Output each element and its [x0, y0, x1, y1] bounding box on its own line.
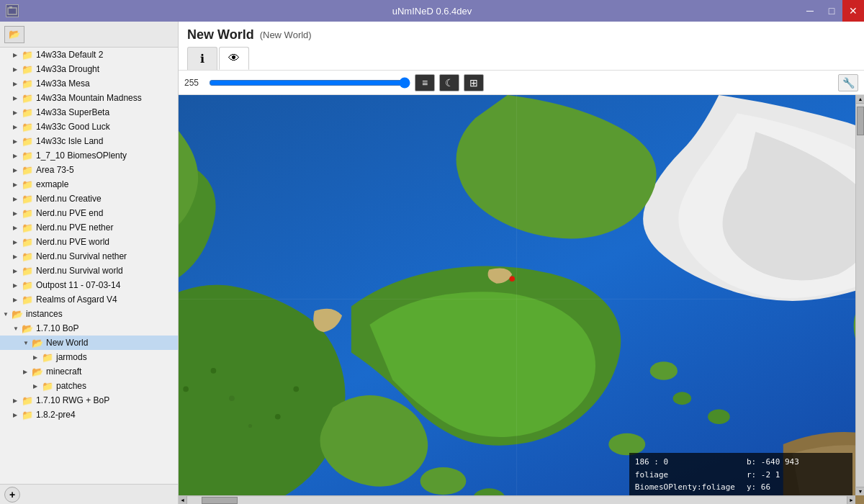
- map-area[interactable]: 186 : 0 b: -640 943 foliage r: -2 1 Biom…: [179, 95, 864, 504]
- height-value: 255: [184, 78, 204, 88]
- hscroll-thumb[interactable]: [202, 497, 238, 504]
- tree-item-item-minecraft[interactable]: ▶📂minecraft: [0, 364, 178, 379]
- tree-item-item-14w33a-mountain[interactable]: ▶📁14w33a Mountain Madness: [0, 91, 178, 105]
- hscroll-right-button[interactable]: ►: [847, 496, 855, 505]
- tree-item-item-14w33a-default2[interactable]: ▶📁14w33a Default 2: [0, 48, 178, 62]
- tree-arrow-item-1710-rwg-bop: ▶: [13, 397, 22, 404]
- tree-arrow-item-1710-biomesoplenty: ▶: [13, 153, 22, 159]
- folder-icon-item-nerd-survival-world: 📁: [22, 266, 33, 276]
- tree-item-item-14w33c-goodluck[interactable]: ▶📁14w33c Good Luck: [0, 120, 178, 134]
- vscroll-thumb[interactable]: [857, 107, 864, 135]
- grid-button[interactable]: ⊞: [464, 74, 484, 91]
- sidebar-toolbar: 📂: [0, 22, 178, 48]
- tree-item-item-nerd-pve-world[interactable]: ▶📁Nerd.nu PVE world: [0, 235, 178, 249]
- tree-label-item-outpost11: Outpost 11 - 07-03-14: [36, 280, 120, 290]
- svg-rect-1: [9, 6, 12, 9]
- list-view-button[interactable]: ≡: [415, 74, 435, 91]
- vscroll-up-button[interactable]: ▲: [856, 95, 864, 104]
- sidebar-footer: +: [0, 484, 178, 504]
- status-r-coord: r: -2 1: [747, 469, 847, 482]
- world-subtitle: (New World): [260, 30, 312, 40]
- info-icon: ℹ: [200, 52, 204, 66]
- svg-point-9: [708, 410, 730, 424]
- tree-label-item-exmaple: exmaple: [36, 179, 68, 189]
- tree-item-item-outpost11[interactable]: ▶📁Outpost 11 - 07-03-14: [0, 278, 178, 292]
- height-slider[interactable]: [209, 77, 410, 89]
- tree-item-item-nerd-survival-world[interactable]: ▶📁Nerd.nu Survival world: [0, 264, 178, 278]
- add-icon: +: [9, 489, 15, 500]
- tree-arrow-item-new-world: ▼: [23, 340, 32, 346]
- tree-item-item-area73-5[interactable]: ▶📁Area 73-5: [0, 163, 178, 177]
- svg-point-20: [509, 276, 515, 282]
- settings-button[interactable]: 🔧: [838, 74, 858, 91]
- main-layout: 📂 ▶📁14w33a Default 2▶📁14w33a Drought▶📁14…: [0, 22, 864, 504]
- night-mode-button[interactable]: ☾: [439, 74, 459, 91]
- map-vscrollbar[interactable]: ▲ ▼: [855, 95, 864, 495]
- status-y-coord: y: 66: [747, 481, 847, 494]
- tree-arrow-item-nerd-pve-world: ▶: [13, 239, 22, 246]
- tree-item-item-nerd-survival-nether[interactable]: ▶📁Nerd.nu Survival nether: [0, 249, 178, 264]
- tree-label-item-182-pre4: 1.8.2-pre4: [36, 410, 76, 420]
- tree-item-item-new-world[interactable]: ▼📂New World: [0, 336, 178, 350]
- tree-arrow-item-14w33a-mesa: ▶: [13, 81, 22, 87]
- folder-icon-item-minecraft: 📂: [32, 366, 43, 377]
- world-title: New World: [187, 27, 254, 42]
- tree-item-item-jarmods[interactable]: ▶📁jarmods: [0, 350, 178, 364]
- tree-item-item-14w33a-drought[interactable]: ▶📁14w33a Drought: [0, 62, 178, 76]
- folder-icon-item-nerd-creative: 📁: [22, 194, 33, 204]
- tree-item-item-instances[interactable]: ▼📂instances: [0, 307, 178, 321]
- tree-item-item-14w33a-superbeta[interactable]: ▶📁14w33a SuperBeta: [0, 105, 178, 120]
- tab-view[interactable]: 👁: [219, 47, 249, 70]
- content-header: New World (New World) ℹ 👁: [179, 22, 864, 71]
- minimize-button[interactable]: ─: [799, 0, 821, 22]
- tree-label-item-area73-5: Area 73-5: [36, 165, 74, 175]
- tree-label-item-1710-rwg-bop: 1.7.10 RWG + BoP: [36, 395, 109, 405]
- maximize-button[interactable]: □: [821, 0, 842, 22]
- folder-icon-item-14w33a-mountain: 📁: [22, 93, 33, 104]
- open-folder-button[interactable]: 📂: [4, 26, 24, 43]
- tree-arrow-item-area73-5: ▶: [13, 167, 22, 174]
- vscroll-down-button[interactable]: ▼: [856, 487, 864, 495]
- content-tabs: ℹ 👁: [187, 47, 855, 70]
- tree-label-item-nerd-pve-nether: Nerd.nu PVE nether: [36, 222, 113, 233]
- tree-item-item-exmaple[interactable]: ▶📁exmaple: [0, 177, 178, 192]
- svg-point-8: [608, 433, 645, 456]
- hscroll-left-button[interactable]: ◄: [179, 496, 187, 505]
- tree-item-item-1710-bop[interactable]: ▼📂1.7.10 BoP: [0, 321, 178, 336]
- file-tree[interactable]: ▶📁14w33a Default 2▶📁14w33a Drought▶📁14w3…: [0, 48, 178, 484]
- tree-item-item-realms-asgard[interactable]: ▶📁Realms of Asgard V4: [0, 292, 178, 307]
- tree-item-item-nerd-pve-nether[interactable]: ▶📁Nerd.nu PVE nether: [0, 220, 178, 235]
- tree-label-item-nerd-survival-world: Nerd.nu Survival world: [36, 266, 123, 276]
- map-hscrollbar[interactable]: ◄ ►: [179, 495, 855, 504]
- folder-icon-item-instances: 📂: [12, 309, 23, 320]
- tree-item-item-1710-biomesoplenty[interactable]: ▶📁1_7_10 BiomesOPlenty: [0, 148, 178, 163]
- svg-rect-0: [8, 8, 17, 14]
- tree-item-item-14w33a-mesa[interactable]: ▶📁14w33a Mesa: [0, 76, 178, 91]
- tree-item-item-1710-rwg-bop[interactable]: ▶📁1.7.10 RWG + BoP: [0, 393, 178, 408]
- tree-arrow-item-182-pre4: ▶: [13, 412, 22, 418]
- status-foliage: foliage: [635, 469, 735, 482]
- folder-icon-item-1710-rwg-bop: 📁: [22, 395, 33, 406]
- tab-info[interactable]: ℹ: [187, 47, 217, 70]
- svg-point-7: [673, 392, 692, 405]
- open-folder-icon: 📂: [9, 29, 20, 40]
- tree-item-item-14w33c-isleland[interactable]: ▶📁14w33c Isle Land: [0, 134, 178, 148]
- list-icon: ≡: [422, 77, 428, 89]
- tree-arrow-item-14w33a-drought: ▶: [13, 66, 22, 73]
- tree-item-item-nerd-creative[interactable]: ▶📁Nerd.nu Creative: [0, 192, 178, 206]
- tree-arrow-item-14w33c-isleland: ▶: [13, 138, 22, 145]
- folder-icon-item-patches: 📁: [42, 381, 53, 392]
- folder-icon-item-1710-bop: 📂: [22, 323, 33, 334]
- moon-icon: ☾: [445, 77, 454, 89]
- folder-icon-item-nerd-pve-world: 📁: [22, 237, 33, 248]
- tree-arrow-item-14w33a-mountain: ▶: [13, 95, 22, 102]
- status-b-coord: b: -640 943: [747, 456, 847, 469]
- tree-item-item-nerd-pve-end[interactable]: ▶📁Nerd.nu PVE end: [0, 206, 178, 220]
- tree-label-item-1710-bop: 1.7.10 BoP: [36, 323, 78, 333]
- add-button[interactable]: +: [4, 487, 20, 503]
- tree-item-item-182-pre4[interactable]: ▶📁1.8.2-pre4: [0, 408, 178, 422]
- tree-arrow-item-nerd-survival-world: ▶: [13, 268, 22, 274]
- svg-point-13: [229, 395, 235, 401]
- close-button[interactable]: ✕: [842, 0, 864, 22]
- tree-item-item-patches[interactable]: ▶📁patches: [0, 379, 178, 393]
